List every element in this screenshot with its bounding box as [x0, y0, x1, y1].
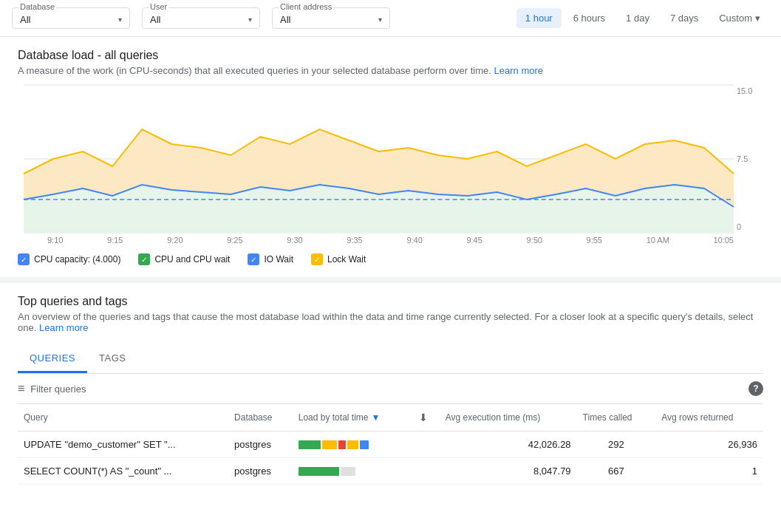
tab-queries[interactable]: QUERIES: [18, 345, 87, 373]
x-label: 10:05: [713, 236, 734, 245]
x-label: 9:40: [406, 236, 422, 245]
client-address-arrow-icon: ▾: [378, 16, 382, 24]
client-address-label: Client address: [279, 2, 333, 11]
query-text: UPDATE "demo_customer" SET "...: [18, 432, 228, 458]
y-label-15: 15.0: [737, 86, 760, 95]
time-btn-6hours[interactable]: 6 hours: [565, 8, 614, 28]
query-load-spacer: [413, 458, 440, 485]
time-btn-1hour[interactable]: 1 hour: [516, 8, 562, 28]
table-row[interactable]: UPDATE "demo_customer" SET "... postgres…: [18, 432, 763, 458]
download-button[interactable]: ⬇: [419, 412, 428, 423]
time-btn-1day[interactable]: 1 day: [617, 8, 658, 28]
top-queries-desc-text: An overview of the queries and tags that…: [18, 311, 753, 333]
legend-lock-wait-label: Lock Wait: [327, 254, 366, 265]
th-load[interactable]: Load by total time ▼: [293, 404, 413, 432]
x-label: 9:45: [466, 236, 482, 245]
chart-desc-text: A measure of the work (in CPU-seconds) t…: [18, 65, 491, 76]
legend-cpu-wait-checkbox[interactable]: ✓: [138, 253, 150, 265]
database-label: Database: [18, 2, 56, 11]
chart-wrapper: 15.0 7.5 0: [24, 85, 763, 233]
x-label: 9:50: [527, 236, 542, 245]
x-label: 9:35: [347, 236, 362, 245]
custom-arrow-icon: ▾: [755, 13, 760, 24]
legend-io-wait-checkbox[interactable]: ✓: [248, 253, 259, 265]
th-load-label: Load by total time: [299, 412, 369, 423]
database-arrow-icon: ▾: [118, 16, 122, 24]
query-load-spacer: [413, 432, 440, 458]
query-avg-exec: 8,047.79: [440, 458, 577, 485]
query-database: postgres: [228, 458, 293, 485]
client-address-filter[interactable]: Client address All ▾: [272, 7, 390, 29]
legend-io-wait[interactable]: ✓ IO Wait: [248, 253, 293, 265]
user-select[interactable]: All ▾: [150, 14, 252, 25]
tab-tags[interactable]: TAGS: [87, 345, 137, 373]
filter-icon: ≡: [18, 382, 24, 395]
top-queries-description: An overview of the queries and tags that…: [18, 311, 763, 333]
legend-lock-wait[interactable]: ✓ Lock Wait: [311, 253, 366, 265]
query-database: postgres: [228, 432, 293, 458]
x-label: 10 AM: [647, 236, 669, 245]
filter-queries-label: Filter queries: [30, 383, 86, 395]
query-load-bar: [293, 432, 413, 458]
filter-row: ≡ Filter queries ?: [18, 374, 763, 404]
x-label: 9:55: [587, 236, 602, 245]
section-divider: [0, 277, 781, 283]
database-select[interactable]: All ▾: [20, 14, 122, 25]
queries-table: Query Database Load by total time ▼ ⬇ Av…: [18, 404, 763, 485]
database-filter[interactable]: Database All ▾: [12, 7, 130, 29]
top-queries-learn-more-link[interactable]: Learn more: [39, 322, 88, 333]
filter-queries-input[interactable]: ≡ Filter queries: [18, 382, 86, 395]
legend-cpu-capacity-label: CPU capacity: (4.000): [34, 254, 120, 265]
query-load-bar: [293, 458, 413, 485]
x-label: 9:10: [47, 236, 63, 245]
query-times-called: 667: [577, 458, 656, 485]
help-icon[interactable]: ?: [748, 381, 763, 396]
sort-down-icon: ▼: [371, 412, 380, 423]
th-times-called: Times called: [577, 404, 656, 432]
time-btn-custom[interactable]: Custom ▾: [710, 8, 769, 28]
chart-svg: [24, 85, 734, 233]
th-download[interactable]: ⬇: [413, 404, 440, 432]
query-avg-rows: 1: [655, 458, 763, 485]
top-queries-title: Top queries and tags: [18, 295, 763, 308]
chart-section: Database load - all queries A measure of…: [18, 49, 763, 265]
custom-label: Custom: [719, 13, 752, 24]
top-queries-section: Top queries and tags An overview of the …: [18, 295, 763, 485]
legend-io-wait-label: IO Wait: [264, 254, 293, 265]
client-address-select[interactable]: All ▾: [280, 14, 382, 25]
table-row[interactable]: SELECT COUNT(*) AS "_count" ... postgres…: [18, 458, 763, 485]
query-avg-exec: 42,026.28: [440, 432, 577, 458]
legend-cpu-capacity[interactable]: ✓ CPU capacity: (4.000): [18, 253, 120, 265]
user-value: All: [150, 14, 160, 25]
legend-lock-wait-checkbox[interactable]: ✓: [311, 253, 323, 265]
time-buttons: 1 hour 6 hours 1 day 7 days Custom ▾: [516, 8, 769, 28]
th-database: Database: [228, 404, 293, 432]
x-label: 9:30: [287, 236, 302, 245]
legend-cpu-wait-label: CPU and CPU wait: [154, 254, 230, 265]
chart-x-labels: 9:10 9:15 9:20 9:25 9:30 9:35 9:40 9:45 …: [18, 233, 763, 245]
x-label: 9:15: [107, 236, 123, 245]
tabs: QUERIES TAGS: [18, 345, 763, 374]
chart-learn-more-link[interactable]: Learn more: [494, 65, 543, 76]
legend-cpu-capacity-checkbox[interactable]: ✓: [18, 253, 30, 265]
time-btn-7days[interactable]: 7 days: [661, 8, 707, 28]
legend-cpu-wait[interactable]: ✓ CPU and CPU wait: [138, 253, 230, 265]
x-label: 9:20: [167, 236, 183, 245]
th-avg-exec: Avg execution time (ms): [440, 404, 577, 432]
chart-description: A measure of the work (in CPU-seconds) t…: [18, 65, 763, 76]
user-arrow-icon: ▾: [248, 16, 252, 24]
user-filter[interactable]: User All ▾: [142, 7, 260, 29]
x-label: 9:25: [227, 236, 242, 245]
y-label-0: 0: [737, 222, 760, 231]
th-query: Query: [18, 404, 228, 432]
th-avg-rows: Avg rows returned: [655, 404, 763, 432]
main-content: Database load - all queries A measure of…: [0, 37, 781, 497]
user-label: User: [149, 2, 168, 11]
filter-bar: Database All ▾ User All ▾ Client address…: [0, 0, 781, 37]
client-address-value: All: [280, 14, 290, 25]
chart-title: Database load - all queries: [18, 49, 763, 62]
chart-legend: ✓ CPU capacity: (4.000) ✓ CPU and CPU wa…: [18, 253, 763, 265]
query-text: SELECT COUNT(*) AS "_count" ...: [18, 458, 228, 485]
query-times-called: 292: [577, 432, 656, 458]
query-avg-rows: 26,936: [655, 432, 763, 458]
